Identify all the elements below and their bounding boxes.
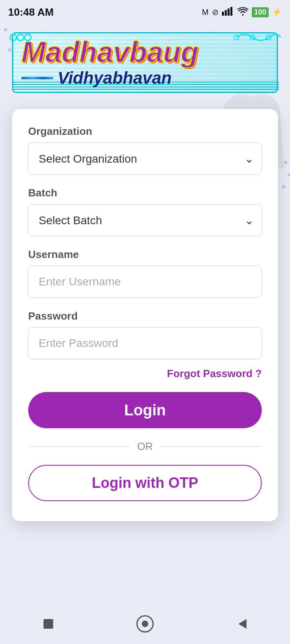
location-icon: ⊘ — [212, 7, 219, 17]
organization-label: Organization — [28, 125, 262, 138]
status-time: 10:48 AM — [8, 6, 54, 19]
password-group: Password — [28, 310, 262, 359]
password-input[interactable] — [28, 327, 262, 359]
or-divider: OR — [28, 440, 262, 453]
organization-select-wrapper[interactable]: Select Organization ⌄ — [28, 142, 262, 175]
nav-back-button[interactable] — [230, 612, 254, 636]
organization-select[interactable]: Select Organization — [28, 142, 262, 175]
svg-point-5 — [17, 34, 24, 41]
or-text: OR — [137, 440, 153, 453]
forgot-password-link[interactable]: Forgot Password ? — [167, 367, 262, 380]
login-card: Organization Select Organization ⌄ Batch… — [12, 109, 278, 521]
status-bar: 10:48 AM M ⊘ 100 ⚡ — [0, 0, 290, 24]
app-subtitle: Vidhyabhavan — [21, 68, 269, 88]
svg-point-6 — [25, 34, 31, 41]
batch-select[interactable]: Select Batch — [28, 204, 262, 236]
batch-label: Batch — [28, 187, 262, 199]
batch-group: Batch Select Batch ⌄ — [28, 187, 262, 236]
otp-login-button[interactable]: Login with OTP — [28, 465, 262, 501]
svg-rect-15 — [44, 619, 53, 629]
svg-point-17 — [142, 621, 148, 627]
logo-area: Madhavbaug Vidhyabhavan — [0, 24, 290, 97]
svg-rect-0 — [222, 12, 224, 16]
or-line-right — [161, 446, 262, 447]
charging-icon: ⚡ — [272, 7, 282, 17]
forgot-password-wrapper: Forgot Password ? — [28, 367, 262, 380]
or-line-left — [28, 446, 129, 447]
wifi-icon — [237, 7, 249, 18]
nav-recent-button[interactable] — [36, 612, 60, 636]
username-label: Username — [28, 248, 262, 261]
svg-rect-2 — [228, 8, 230, 16]
signal-icon — [222, 7, 234, 18]
svg-rect-1 — [225, 10, 227, 16]
battery-icon: 100 — [252, 7, 269, 17]
status-icons: M ⊘ 100 ⚡ — [202, 7, 282, 18]
svg-marker-18 — [238, 619, 246, 629]
login-button[interactable]: Login — [28, 392, 262, 428]
batch-select-wrapper[interactable]: Select Batch ⌄ — [28, 204, 262, 236]
logo-container: Madhavbaug Vidhyabhavan — [12, 32, 278, 93]
mail-icon: M — [202, 8, 209, 17]
svg-point-4 — [10, 34, 17, 41]
password-label: Password — [28, 310, 262, 322]
app-title: Madhavbaug — [21, 37, 269, 66]
nav-home-button[interactable] — [133, 612, 157, 636]
bottom-nav — [0, 604, 290, 644]
username-input[interactable] — [28, 266, 262, 298]
svg-rect-3 — [230, 7, 232, 16]
username-group: Username — [28, 248, 262, 298]
organization-group: Organization Select Organization ⌄ — [28, 125, 262, 175]
